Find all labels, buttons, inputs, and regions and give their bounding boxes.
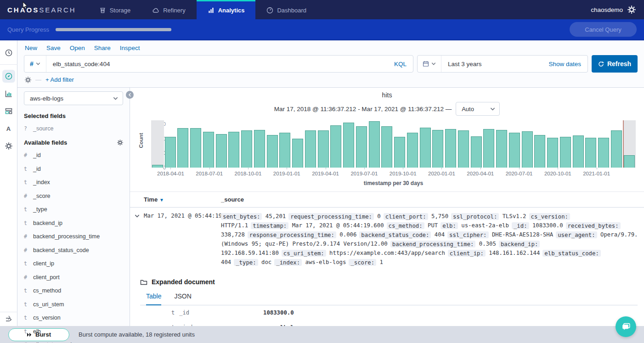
field-item-cs_uri_stem[interactable]: tcs_uri_stem: [24, 301, 123, 308]
histogram-plot-area[interactable]: 0204060: [151, 120, 636, 168]
field-item-_id[interactable]: #_id: [24, 152, 123, 158]
histogram-bar[interactable]: [573, 135, 584, 168]
histogram-bar[interactable]: [177, 128, 188, 168]
sort-desc-icon[interactable]: ▼: [159, 197, 164, 202]
field-item-_type[interactable]: t_type: [24, 206, 123, 213]
histogram-bar[interactable]: [585, 138, 596, 168]
histogram-bar[interactable]: [471, 136, 482, 168]
histogram-bar[interactable]: [534, 135, 545, 168]
field-item-client_ip[interactable]: tclient_ip: [24, 260, 123, 267]
query-search-bar[interactable]: # elb_status_code:404 KQL: [24, 55, 413, 73]
date-range-picker[interactable]: Last 3 years Show dates: [417, 55, 588, 73]
histogram-bar[interactable]: [624, 155, 635, 168]
dashboard-nav-button[interactable]: [2, 105, 15, 118]
histogram-slot: [317, 120, 330, 168]
toolbar-action-new[interactable]: New: [25, 45, 37, 51]
field-item-_index[interactable]: t_index: [24, 179, 123, 186]
histogram-bar[interactable]: [279, 133, 290, 168]
expanded-doc-tab-json[interactable]: JSON: [174, 292, 191, 305]
field-item-_id[interactable]: t_id: [24, 166, 123, 172]
field-item-_source[interactable]: ?_source: [24, 125, 123, 132]
field-item-client_port[interactable]: #client_port: [24, 274, 123, 281]
recent-history-button[interactable]: [2, 46, 15, 59]
field-item-elb[interactable]: telb: [24, 328, 123, 335]
histogram-bar[interactable]: [560, 137, 571, 168]
histogram-bar[interactable]: [496, 130, 507, 168]
field-item-_score[interactable]: #_score: [24, 193, 123, 199]
index-pattern-select[interactable]: aws-elb-logs: [24, 91, 123, 105]
toolbar-action-save[interactable]: Save: [46, 45, 61, 51]
field-type-badge: t: [24, 301, 29, 308]
field-settings-button[interactable]: [117, 140, 123, 146]
alerts-nav-button[interactable]: A: [2, 122, 15, 135]
nav-tab-storage[interactable]: Storage: [88, 0, 142, 19]
discover-nav-button[interactable]: [2, 70, 15, 83]
add-filter-button[interactable]: + Add filter: [45, 76, 74, 83]
interval-select[interactable]: Auto: [456, 102, 500, 116]
histogram-bar[interactable]: [509, 133, 520, 168]
time-column-header[interactable]: Time▼: [144, 196, 221, 203]
histogram-bar[interactable]: [420, 128, 431, 168]
histogram-bar[interactable]: [611, 130, 622, 168]
cancel-query-button[interactable]: Cancel Query: [570, 22, 637, 37]
histogram-bar[interactable]: [407, 133, 418, 168]
field-item-backend_ip[interactable]: tbackend_ip: [24, 220, 123, 226]
toolbar-action-inspect[interactable]: Inspect: [120, 45, 140, 51]
refresh-button[interactable]: Refresh: [592, 55, 638, 73]
field-item-backend_processing_time[interactable]: #backend_processing_time: [24, 233, 123, 240]
histogram-bar[interactable]: [458, 130, 469, 168]
histogram-bar[interactable]: [241, 130, 252, 168]
field-item-cs_version[interactable]: tcs_version: [24, 315, 123, 321]
histogram-bar[interactable]: [165, 137, 176, 168]
collapse-fields-panel-button[interactable]: [126, 91, 134, 99]
histogram-bar[interactable]: [228, 132, 239, 168]
calendar-menu-button[interactable]: [418, 56, 441, 72]
toolbar-action-share[interactable]: Share: [94, 45, 111, 51]
nav-tab-refinery[interactable]: Refinery: [141, 0, 196, 19]
histogram-bar[interactable]: [394, 137, 405, 168]
field-item-cs_method[interactable]: tcs_method: [24, 287, 123, 294]
visualize-nav-button[interactable]: [2, 87, 15, 100]
histogram-bar[interactable]: [318, 130, 329, 168]
nav-tab-dashboard[interactable]: Dashboard: [255, 0, 317, 19]
histogram-bar[interactable]: [547, 138, 558, 168]
query-language-prefix[interactable]: #: [24, 56, 46, 72]
histogram-bar[interactable]: [598, 138, 609, 168]
fields-sidebar: aws-elb-logs Selected fields ?_source Av…: [17, 88, 130, 326]
histogram-bar[interactable]: [330, 125, 341, 168]
histogram-bar[interactable]: [356, 126, 367, 168]
expanded-doc-tab-table[interactable]: Table: [146, 292, 161, 305]
field-item-backend_status_code[interactable]: #backend_status_code: [24, 247, 123, 253]
date-range-value[interactable]: Last 3 years: [441, 61, 488, 67]
user-menu[interactable]: chaosdemo: [591, 0, 644, 19]
histogram-bar[interactable]: [190, 128, 201, 168]
histogram-bar[interactable]: [267, 135, 278, 168]
histogram-bar[interactable]: [305, 130, 316, 168]
histogram-bar[interactable]: [445, 129, 456, 168]
histogram-bar[interactable]: [369, 121, 380, 168]
chat-widget-button[interactable]: [616, 316, 636, 337]
expand-row-button[interactable]: [133, 212, 141, 220]
histogram-bar[interactable]: [522, 131, 533, 168]
settings-gear-icon[interactable]: [627, 6, 636, 14]
histogram-bar[interactable]: [381, 126, 392, 168]
histogram-bar[interactable]: [203, 132, 214, 168]
histogram-bar[interactable]: [343, 123, 354, 168]
filter-options-button[interactable]: [25, 77, 31, 83]
histogram-bar[interactable]: [432, 130, 443, 168]
histogram-bar[interactable]: [216, 134, 227, 168]
clock-icon: [5, 49, 12, 56]
settings-nav-button[interactable]: [2, 140, 15, 152]
toolbar-action-open[interactable]: Open: [70, 45, 85, 51]
histogram-bar[interactable]: [292, 139, 303, 168]
histogram-bar[interactable]: [483, 129, 494, 168]
rail-collapse-button[interactable]: [0, 312, 17, 326]
results-panel: hits Mar 17, 2018 @ 11:36:37.212 - Mar 1…: [130, 88, 644, 326]
search-query-input[interactable]: elb_status_code:404: [46, 61, 388, 67]
histogram-bar[interactable]: [254, 130, 265, 168]
nav-tab-analytics[interactable]: Analytics: [197, 0, 256, 19]
kql-language-button[interactable]: KQL: [388, 61, 413, 67]
document-time-cell: Mar 17, 2021 @ 05:44:19.600: [144, 212, 221, 267]
show-dates-button[interactable]: Show dates: [548, 61, 588, 67]
hits-histogram[interactable]: Count 0204060 2018-04-012018-07-012018-1…: [134, 120, 638, 186]
